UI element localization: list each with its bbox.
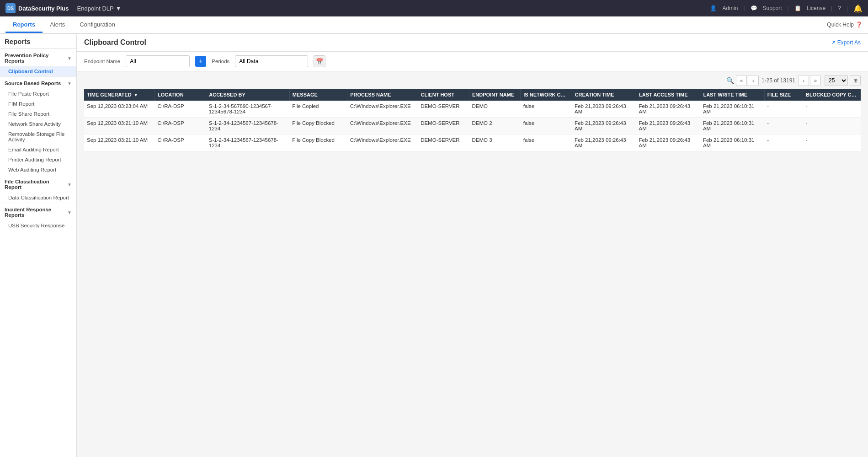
topbar: DS DataSecurity Plus Endpoint DLP ▼ 👤 Ad… <box>0 0 868 16</box>
logo-icon: DS <box>5 3 16 13</box>
chevron-down-icon: ▼ <box>67 182 72 187</box>
notifications-icon[interactable]: 🔔 <box>853 4 863 13</box>
table-cell: File Copy Blocked <box>289 134 347 151</box>
endpoint-name-input[interactable] <box>126 55 190 67</box>
table-cell: - <box>803 101 861 118</box>
col-header-process[interactable]: PROCESS NAME <box>347 89 418 101</box>
last-page-button[interactable]: » <box>810 75 821 86</box>
col-header-filesize[interactable]: FILE SIZE <box>764 89 803 101</box>
table-cell: C:\Windows\Explorer.EXE <box>347 101 418 118</box>
table-cell: Feb 21,2023 09:26:43 AM <box>636 101 700 118</box>
col-header-lastwrite[interactable]: LAST WRITE TIME <box>700 89 764 101</box>
license-link[interactable]: License <box>807 5 825 11</box>
table-cell: File Copy Blocked <box>289 118 347 134</box>
column-settings-icon: ⊞ <box>853 78 857 84</box>
product-dropdown-icon[interactable]: ▼ <box>116 5 122 12</box>
periods-input[interactable] <box>235 55 308 67</box>
support-link[interactable]: Support <box>763 5 782 11</box>
sidebar-item-removable[interactable]: Removable Storage File Activity <box>0 129 76 145</box>
table-cell: DEMO-SERVER <box>418 134 469 151</box>
prev-page-button[interactable]: ‹ <box>748 75 759 86</box>
col-header-message[interactable]: MESSAGE <box>289 89 347 101</box>
col-header-lastaccess[interactable]: LAST ACCESS TIME <box>636 89 700 101</box>
table-row: Sep 12,2023 03:21:10 AMC:\RA-DSPS-1-2-34… <box>84 118 861 134</box>
table-cell: false <box>521 101 572 118</box>
column-settings-button[interactable]: ⊞ <box>850 75 861 86</box>
add-filter-button[interactable]: + <box>195 56 206 67</box>
table-cell: DEMO-SERVER <box>418 118 469 134</box>
sidebar-item-email[interactable]: Email Auditing Report <box>0 145 76 155</box>
product-name[interactable]: Endpoint DLP ▼ <box>77 5 122 12</box>
col-header-location[interactable]: LOCATION <box>154 89 206 101</box>
table-cell: Feb 21,2023 09:26:43 AM <box>572 101 636 118</box>
table-header: TIME GENERATED ▼ LOCATION ACCESSED BY ME… <box>84 89 861 101</box>
tab-configuration[interactable]: Configuration <box>72 17 122 33</box>
sidebar-section-incident[interactable]: Incident Response Reports ▼ <box>0 203 76 220</box>
quick-help-icon: ❓ <box>856 22 863 28</box>
sidebar-item-clipboard[interactable]: Clipboard Control <box>0 66 76 76</box>
tab-alerts[interactable]: Alerts <box>43 17 72 33</box>
content-header: Clipboard Control ↗ Export As <box>77 34 868 52</box>
sidebar-item-usb[interactable]: USB Security Response <box>0 220 76 231</box>
table-cell: Sep 12,2023 03:21:10 AM <box>84 134 154 151</box>
license-icon: 📋 <box>794 5 801 11</box>
tab-reports[interactable]: Reports <box>5 17 43 33</box>
sidebar-section-prevention[interactable]: Prevention Policy Reports ▼ <box>0 48 76 66</box>
topbar-right: 👤 Admin | 💬 Support | 📋 License | ? | 🔔 <box>710 4 863 13</box>
table-cell: - <box>803 134 861 151</box>
next-page-button[interactable]: › <box>798 75 809 86</box>
table-cell: S-1-2-34-1234567-12345678-1234 <box>206 118 290 134</box>
table-cell: - <box>803 118 861 134</box>
export-icon: ↗ <box>831 39 836 46</box>
table-body: Sep 12,2023 03:23:04 AMC:\RA-DSPS-1-2-34… <box>84 101 861 151</box>
table-cell: S-1-2-34-567890-1234567-12345678-1234 <box>206 101 290 118</box>
sidebar-item-networkshare[interactable]: Network Share Activity <box>0 119 76 129</box>
admin-icon: 👤 <box>710 5 717 11</box>
col-header-network[interactable]: IS NETWORK COPY <box>521 89 572 101</box>
periods-label: Periods <box>212 59 229 64</box>
sidebar-section-classification[interactable]: File Classification Report ▼ <box>0 175 76 193</box>
col-header-endpoint[interactable]: ENDPOINT NAME <box>469 89 520 101</box>
sidebar-item-fim[interactable]: FIM Report <box>0 99 76 109</box>
admin-link[interactable]: Admin <box>722 5 738 11</box>
table-cell: Feb 21,2023 06:10:31 AM <box>700 134 764 151</box>
table-search-button[interactable]: 🔍 <box>726 77 734 84</box>
sidebar-item-dataclass[interactable]: Data Classification Report <box>0 193 76 203</box>
quick-help[interactable]: Quick Help ❓ <box>827 22 863 28</box>
per-page-select[interactable]: 25 50 100 <box>825 75 848 86</box>
table-cell: false <box>521 118 572 134</box>
main-content: Clipboard Control ↗ Export As Endpoint N… <box>77 34 868 457</box>
col-header-client[interactable]: CLIENT HOST <box>418 89 469 101</box>
help-icon[interactable]: ? <box>838 5 841 11</box>
table-cell: - <box>764 118 803 134</box>
sidebar-item-filepaste[interactable]: File Paste Report <box>0 89 76 99</box>
pagination-bar: 🔍 « ‹ 1-25 of 13191 › » 25 50 100 ⊞ <box>84 75 861 86</box>
first-page-button[interactable]: « <box>736 75 747 86</box>
page-info: 1-25 of 13191 <box>761 77 795 84</box>
table-cell: S-1-2-34-1234567-12345678-1234 <box>206 134 290 151</box>
col-header-accessed[interactable]: ACCESSED BY <box>206 89 290 101</box>
sidebar-item-printer[interactable]: Printer Auditing Report <box>0 155 76 165</box>
col-header-time[interactable]: TIME GENERATED ▼ <box>84 89 154 101</box>
table-cell: C:\RA-DSP <box>154 101 206 118</box>
endpoint-name-label: Endpoint Name <box>84 59 120 64</box>
col-header-blocked[interactable]: BLOCKED COPY COUNT <box>803 89 861 101</box>
table-cell: DEMO 2 <box>469 118 520 134</box>
table-cell: Feb 21,2023 09:26:43 AM <box>636 118 700 134</box>
sidebar-item-web[interactable]: Web Auditing Report <box>0 165 76 175</box>
calendar-button[interactable]: 📅 <box>314 55 325 67</box>
chevron-down-icon: ▼ <box>67 81 72 86</box>
table-cell: C:\Windows\Explorer.EXE <box>347 118 418 134</box>
table-cell: DEMO <box>469 101 520 118</box>
table-area: 🔍 « ‹ 1-25 of 13191 › » 25 50 100 ⊞ <box>77 71 868 155</box>
sidebar-section-source[interactable]: Source Based Reports ▼ <box>0 76 76 89</box>
app-logo: DS DataSecurity Plus <box>5 3 69 13</box>
export-button[interactable]: ↗ Export As <box>831 39 861 46</box>
table-cell: DEMO 3 <box>469 134 520 151</box>
col-header-creation[interactable]: CREATION TIME <box>572 89 636 101</box>
sidebar-item-fileshare[interactable]: File Share Report <box>0 109 76 119</box>
table-cell: C:\RA-DSP <box>154 118 206 134</box>
table-cell: C:\Windows\Explorer.EXE <box>347 134 418 151</box>
table-cell: Feb 21,2023 09:26:43 AM <box>572 134 636 151</box>
calendar-icon: 📅 <box>316 58 323 65</box>
